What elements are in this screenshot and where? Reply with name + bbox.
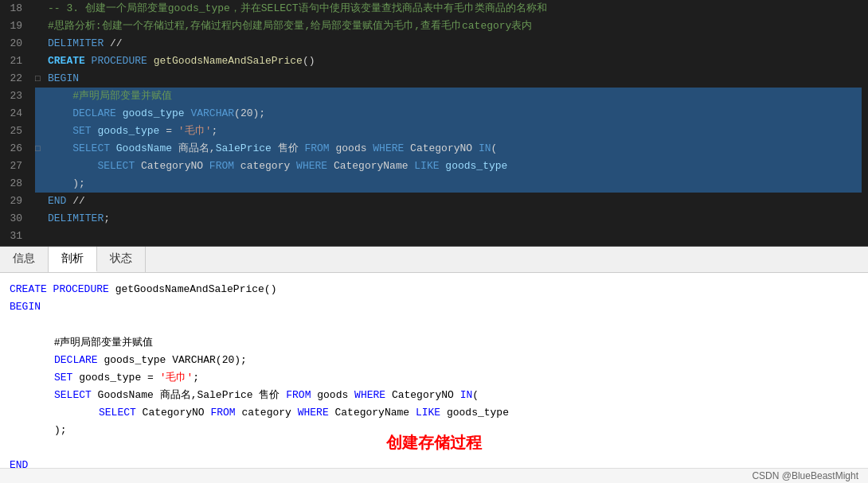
code-token: ); xyxy=(48,175,85,193)
tab-bar: 信息 剖析 状态 xyxy=(0,247,868,273)
code-token: getGoodsNameAndSalePrice xyxy=(154,53,303,70)
code-line-25: SET goods_type = '毛巾'; xyxy=(35,123,862,140)
line-num: 26 xyxy=(6,140,22,158)
output-text: goods_type xyxy=(440,407,509,419)
output-text: goods_type VARCHAR(20); xyxy=(98,354,247,366)
code-editor[interactable]: -- 3. 创建一个局部变量goods_type，并在SELECT语句中使用该变… xyxy=(29,0,868,246)
line-num: 31 xyxy=(6,228,22,245)
code-token: CategoryName xyxy=(327,158,414,175)
output-keyword: WHERE xyxy=(354,389,385,401)
tab-status[interactable]: 状态 xyxy=(97,247,146,272)
code-line-18: -- 3. 创建一个局部变量goods_type，并在SELECT语句中使用该变… xyxy=(35,0,862,18)
line-num: 23 xyxy=(6,88,22,105)
fold-indicator xyxy=(35,123,45,140)
fold-indicator xyxy=(35,53,45,70)
output-line xyxy=(10,316,858,333)
code-token: WHERE xyxy=(296,158,327,175)
output-keyword: IN xyxy=(460,389,473,401)
code-token: ; xyxy=(104,210,110,228)
bottom-panel: 信息 剖析 状态 CREATE PROCEDURE getGoodsNameAn… xyxy=(0,247,868,483)
code-line-30: DELIMITER; xyxy=(35,210,862,228)
output-line: SELECT CategoryNO FROM category WHERE Ca… xyxy=(10,404,858,422)
tab-info[interactable]: 信息 xyxy=(0,247,49,272)
code-token: (20); xyxy=(234,105,265,123)
line-num: 18 xyxy=(6,0,22,18)
code-line-26: □ SELECT GoodsName 商品名,SalePrice 售价 FROM… xyxy=(35,140,862,158)
code-token: GoodsName xyxy=(110,140,172,158)
code-token: PROCEDURE xyxy=(85,53,154,70)
code-token: WHERE xyxy=(373,140,404,158)
code-token: goods_type xyxy=(440,158,508,175)
code-line-21: CREATE PROCEDURE getGoodsNameAndSalePric… xyxy=(35,53,862,70)
code-token: goods_type xyxy=(116,105,185,123)
output-line: BEGIN xyxy=(10,298,858,316)
output-keyword: FROM xyxy=(286,389,311,401)
code-line-31 xyxy=(35,228,862,245)
fold-indicator xyxy=(35,105,45,123)
code-token: IN xyxy=(479,140,491,158)
output-keyword: SET xyxy=(54,372,72,384)
code-token: DELIMITER xyxy=(48,35,110,53)
output-text: CategoryNO xyxy=(385,389,460,401)
line-num: 29 xyxy=(6,193,22,210)
code-token: #思路分析:创建一个存储过程,存储过程内创建局部变量,给局部变量赋值为毛巾,查看… xyxy=(48,18,532,35)
output-line: #声明局部变量并赋值 xyxy=(10,333,858,352)
fold-indicator xyxy=(35,35,45,53)
code-token: VARCHAR xyxy=(185,105,234,123)
code-token: CategoryNO xyxy=(404,140,479,158)
output-keyword: WHERE xyxy=(298,407,329,419)
output-text: CategoryNO xyxy=(136,407,211,419)
code-container: 18 19 20 21 22 23 24 25 26 27 28 29 30 3… xyxy=(0,0,868,246)
code-line-27: SELECT CategoryNO FROM category WHERE Ca… xyxy=(35,158,862,175)
code-line-20: DELIMITER // xyxy=(35,35,862,53)
output-keyword: CREATE PROCEDURE xyxy=(10,283,109,295)
code-line-19: #思路分析:创建一个存储过程,存储过程内创建局部变量,给局部变量赋值为毛巾,查看… xyxy=(35,18,862,35)
fold-indicator xyxy=(35,228,45,245)
string-token: '毛巾' xyxy=(178,123,212,140)
end-keyword: END xyxy=(48,193,66,210)
output-line: END xyxy=(10,457,858,468)
fold-indicator xyxy=(35,210,45,228)
code-token: category xyxy=(234,158,296,175)
code-token: DECLARE xyxy=(48,105,116,123)
code-token: SalePrice xyxy=(216,140,272,158)
output-keyword: SELECT xyxy=(54,389,92,401)
code-token: SELECT xyxy=(48,140,110,158)
line-num: 24 xyxy=(6,105,22,123)
output-comment: #声明局部变量并赋值 xyxy=(54,336,153,348)
fold-indicator xyxy=(35,18,45,35)
code-token: // xyxy=(110,35,123,53)
code-token: ( xyxy=(491,140,498,158)
code-token: 售价 xyxy=(272,140,305,158)
output-area: CREATE PROCEDURE getGoodsNameAndSalePric… xyxy=(0,273,868,468)
code-line-23: #声明局部变量并赋值 xyxy=(35,88,862,105)
footer-text: CSDN @BlueBeastMight xyxy=(752,470,858,481)
line-num: 19 xyxy=(6,18,22,35)
code-token: = xyxy=(159,123,178,140)
code-token: FROM xyxy=(304,140,329,158)
code-token: SELECT xyxy=(48,158,135,175)
tab-analysis[interactable]: 剖析 xyxy=(49,247,97,272)
line-num: 25 xyxy=(6,123,22,140)
code-token: goods xyxy=(330,140,373,158)
code-token: CategoryNO xyxy=(135,158,209,175)
output-keyword: BEGIN xyxy=(10,301,41,313)
code-line-29: END // xyxy=(35,193,862,210)
line-num: 20 xyxy=(6,35,22,53)
output-keyword: END xyxy=(10,459,28,468)
fold-indicator xyxy=(35,0,45,18)
footer-bar: CSDN @BlueBeastMight xyxy=(0,468,868,483)
code-token: DELIMITER xyxy=(48,210,104,228)
line-numbers: 18 19 20 21 22 23 24 25 26 27 28 29 30 3… xyxy=(0,0,29,246)
code-token: FROM xyxy=(209,158,234,175)
code-token: SET xyxy=(48,123,92,140)
fold-indicator xyxy=(35,158,45,175)
output-text: category xyxy=(236,407,298,419)
output-text: goods xyxy=(311,389,354,401)
code-line-28: ); xyxy=(35,175,862,193)
fold-indicator xyxy=(35,175,45,193)
line-num: 21 xyxy=(6,53,22,70)
output-line: SELECT GoodsName 商品名,SalePrice 售价 FROM g… xyxy=(10,387,858,404)
code-token: -- 3. 创建一个局部变量goods_type，并在SELECT语句中使用该变… xyxy=(48,0,547,18)
fold-indicator: □ xyxy=(35,70,45,88)
